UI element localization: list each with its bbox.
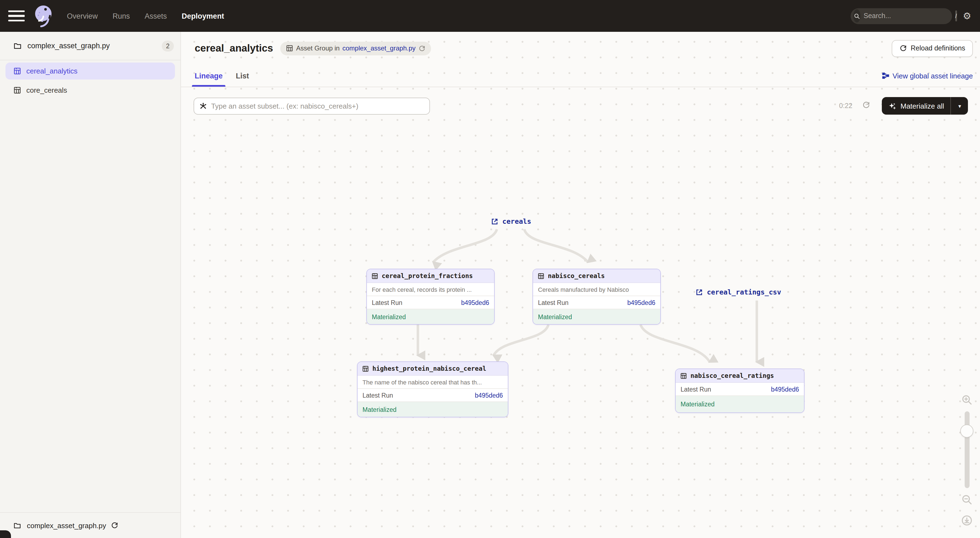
view-global-asset-lineage-link[interactable]: View global asset lineage xyxy=(881,72,973,80)
asset-node-highest-protein-nabisco-cereal[interactable]: highest_protein_nabisco_cereal The name … xyxy=(357,361,508,417)
nav-item-runs[interactable]: Runs xyxy=(113,12,130,20)
lineage-graph-icon xyxy=(881,72,889,80)
page-title: cereal_analytics xyxy=(195,42,273,54)
asset-description: The name of the nabisco cereal that has … xyxy=(358,376,508,389)
run-id-link[interactable]: b495ded6 xyxy=(475,392,503,398)
dagster-app: Overview Runs Assets Deployment / ⚙ comp… xyxy=(0,0,980,538)
latest-run-row: Latest Run b495ded6 xyxy=(676,383,804,396)
sidebar-item-cereal-analytics[interactable]: cereal_analytics xyxy=(5,62,175,80)
run-id-link[interactable]: b495ded6 xyxy=(461,299,489,306)
reload-definitions-button[interactable]: Reload definitions xyxy=(891,40,973,57)
sidebar-item-core-cereals[interactable]: core_cereals xyxy=(5,82,175,99)
elapsed-timer: 0:22 xyxy=(839,102,853,110)
nav-item-assets[interactable]: Assets xyxy=(145,12,167,20)
latest-run-label: Latest Run xyxy=(538,299,568,306)
zoom-in-icon[interactable] xyxy=(961,394,973,406)
external-link-icon xyxy=(491,218,498,225)
asset-node-header: nabisco_cereals xyxy=(533,269,660,283)
folder-icon xyxy=(13,41,22,50)
nav-item-overview[interactable]: Overview xyxy=(67,12,98,20)
refresh-icon[interactable] xyxy=(418,45,426,52)
materialize-options-caret[interactable]: ▾ xyxy=(951,97,968,115)
asset-subset-filter[interactable] xyxy=(194,98,430,115)
top-nav-bar: Overview Runs Assets Deployment / ⚙ xyxy=(0,0,980,32)
dagster-logo[interactable] xyxy=(32,3,55,29)
zoom-slider[interactable] xyxy=(964,411,969,488)
latest-run-label: Latest Run xyxy=(681,386,711,392)
external-link-icon xyxy=(695,288,703,296)
status-badge: Materialized xyxy=(358,402,508,417)
asset-table-icon xyxy=(680,372,687,379)
zoom-slider-handle[interactable] xyxy=(960,425,974,438)
latest-run-label: Latest Run xyxy=(363,392,393,398)
reload-location-icon[interactable] xyxy=(110,522,118,529)
op-selector-icon xyxy=(199,102,207,110)
sparkle-icon xyxy=(888,102,897,110)
source-asset-cereal-ratings-csv[interactable]: cereal_ratings_csv xyxy=(695,288,781,296)
global-search[interactable]: / xyxy=(851,8,952,24)
asset-table-icon xyxy=(362,365,369,372)
asset-group-tag: Asset Group in complex_asset_graph.py xyxy=(280,41,431,55)
asset-node-nabisco-cereals[interactable]: nabisco_cereals Cereals manufactured by … xyxy=(533,269,661,325)
source-asset-cereals[interactable]: cereals xyxy=(491,217,531,225)
refresh-icon xyxy=(899,45,907,52)
folder-icon xyxy=(13,521,21,530)
asset-node-header: highest_protein_nabisco_cereal xyxy=(358,362,508,376)
asset-name: nabisco_cereals xyxy=(548,272,605,280)
status-badge: Materialized xyxy=(367,309,494,324)
nav-item-deployment[interactable]: Deployment xyxy=(182,12,224,20)
latest-run-row: Latest Run b495ded6 xyxy=(367,296,494,309)
asset-description: For each cereal, records its protein ... xyxy=(367,283,494,296)
view-tabs: Lineage List View global asset lineage xyxy=(181,65,980,87)
download-graph-icon[interactable] xyxy=(961,514,973,527)
search-shortcut-key: / xyxy=(955,10,957,21)
asset-node-cereal-protein-fractions[interactable]: cereal_protein_fractions For each cereal… xyxy=(366,269,495,325)
asset-name: nabisco_cereal_ratings xyxy=(690,372,774,379)
latest-run-row: Latest Run b495ded6 xyxy=(358,389,508,402)
status-badge: Materialized xyxy=(533,309,660,324)
main-pane: cereal_analytics Asset Group in complex_… xyxy=(181,32,980,538)
asset-group-icon xyxy=(13,67,21,75)
asset-name: highest_protein_nabisco_cereal xyxy=(372,365,486,372)
primary-nav: Overview Runs Assets Deployment xyxy=(67,12,224,20)
asset-group-count-badge: 2 xyxy=(162,40,174,51)
asset-node-header: nabisco_cereal_ratings xyxy=(676,369,804,383)
hamburger-menu-icon[interactable] xyxy=(8,10,25,21)
asset-group-icon xyxy=(286,45,293,52)
tab-lineage[interactable]: Lineage xyxy=(195,65,223,87)
code-location-link[interactable]: complex_asset_graph.py xyxy=(342,45,416,52)
source-asset-label: cereals xyxy=(502,217,531,225)
latest-run-row: Latest Run b495ded6 xyxy=(533,296,660,309)
latest-run-label: Latest Run xyxy=(372,299,402,306)
tab-list[interactable]: List xyxy=(236,65,249,87)
materialize-all-label: Materialize all xyxy=(900,102,944,110)
zoom-out-icon[interactable] xyxy=(961,493,973,506)
run-id-link[interactable]: b495ded6 xyxy=(771,386,799,392)
search-input[interactable] xyxy=(861,12,955,20)
footer-code-location-name: complex_asset_graph.py xyxy=(27,521,106,530)
asset-node-header: cereal_protein_fractions xyxy=(367,269,494,283)
asset-table-icon xyxy=(371,272,379,279)
asset-group-icon xyxy=(13,86,21,94)
refresh-graph-icon[interactable] xyxy=(862,101,870,109)
graph-zoom-controls xyxy=(957,394,977,527)
code-location-name: complex_asset_graph.py xyxy=(27,42,110,50)
asset-table-icon xyxy=(538,272,544,279)
page-header: cereal_analytics Asset Group in complex_… xyxy=(181,32,980,65)
global-lineage-label: View global asset lineage xyxy=(892,72,973,80)
run-id-link[interactable]: b495ded6 xyxy=(627,299,655,306)
materialize-all-button[interactable]: Materialize all ▾ xyxy=(882,97,968,115)
asset-groups-sidebar: complex_asset_graph.py 2 cereal_analytic… xyxy=(0,32,181,538)
status-badge: Materialized xyxy=(676,396,804,412)
reload-definitions-label: Reload definitions xyxy=(911,45,965,52)
search-icon xyxy=(853,10,861,22)
sidebar-code-location[interactable]: complex_asset_graph.py 2 xyxy=(0,32,180,60)
source-asset-label: cereal_ratings_csv xyxy=(707,288,781,296)
group-tag-prefix: Asset Group in xyxy=(296,45,340,52)
asset-name: cereal_protein_fractions xyxy=(382,272,473,280)
gear-icon[interactable]: ⚙ xyxy=(963,11,972,21)
sidebar-footer-code-location: complex_asset_graph.py xyxy=(0,512,180,538)
asset-node-nabisco-cereal-ratings[interactable]: nabisco_cereal_ratings Latest Run b495de… xyxy=(675,369,805,413)
asset-subset-input[interactable] xyxy=(211,102,425,110)
sidebar-item-label: core_cereals xyxy=(26,86,67,94)
